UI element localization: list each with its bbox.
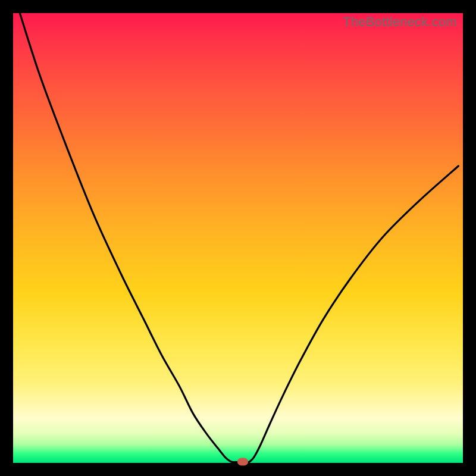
plot-area: TheBottleneck.com xyxy=(13,13,463,463)
chart-frame: TheBottleneck.com xyxy=(0,0,476,476)
bottleneck-curve xyxy=(13,13,463,463)
curve-path xyxy=(20,13,458,462)
optimal-marker xyxy=(237,458,248,466)
